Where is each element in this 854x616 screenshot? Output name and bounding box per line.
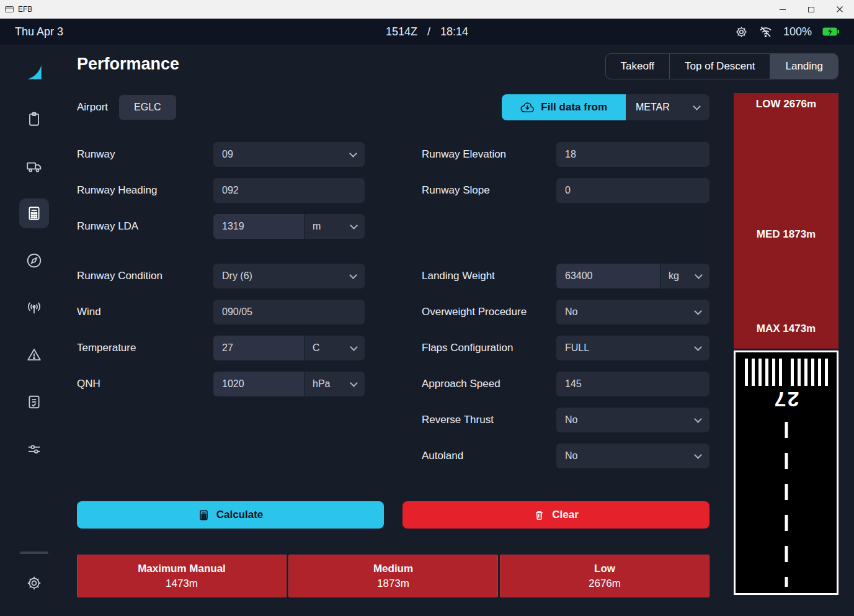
results-bar: Maximum Manual 1473m Medium 1873m Low 26…: [77, 555, 709, 597]
form-row: Temperature 27 C: [77, 336, 365, 360]
chevron-down-icon: [695, 271, 703, 279]
cloud-download-icon: [520, 102, 535, 113]
landing-weight-input[interactable]: 63400: [556, 264, 660, 288]
wifi-off-icon: [758, 25, 773, 38]
qnh-unit-select[interactable]: hPa: [304, 372, 365, 396]
fill-source-select[interactable]: METAR: [626, 94, 709, 120]
efb-window: EFB Thu Apr 3 1514Z / 18:14 100: [0, 0, 854, 616]
sidebar-item-flight-plan[interactable]: [19, 104, 49, 134]
app-body: Takeoff Top of Descent Landing Performan…: [0, 45, 854, 616]
close-button[interactable]: [825, 0, 854, 19]
runway-lda-input[interactable]: 1319: [213, 214, 304, 239]
window-title: EFB: [18, 5, 32, 14]
flaps-configuration-select[interactable]: FULL: [556, 336, 709, 360]
approach-speed-input[interactable]: 145: [556, 372, 709, 396]
temperature-unit-select[interactable]: C: [304, 336, 365, 360]
app-icon: [5, 6, 14, 13]
result-medium: Medium 1873m: [288, 555, 498, 597]
clock-separator: /: [427, 25, 430, 38]
sidebar-item-radio[interactable]: [19, 293, 49, 323]
result-label: Maximum Manual: [138, 561, 226, 577]
unit-value: C: [313, 342, 320, 354]
runway-elevation-input[interactable]: 18: [556, 142, 709, 167]
runway-graphic: 27: [734, 350, 838, 595]
sidebar-item-ground-services[interactable]: [19, 151, 49, 181]
sidebar-item-performance[interactable]: [19, 199, 49, 228]
calculate-button[interactable]: Calculate: [77, 501, 384, 529]
landing-weight-group: 63400 kg: [556, 264, 709, 288]
form-row: Flaps Configuration FULL: [422, 336, 709, 360]
close-icon: [837, 6, 843, 12]
runway-lda-group: 1319 m: [213, 214, 365, 239]
clear-button[interactable]: Clear: [403, 501, 709, 529]
battery-charging-icon: [822, 27, 839, 36]
status-clock: 1514Z / 18:14: [386, 25, 468, 38]
field-value: 145: [565, 378, 582, 390]
tab-label: Landing: [785, 60, 823, 73]
chevron-down-icon: [694, 307, 702, 315]
qnh-input[interactable]: 1020: [213, 372, 304, 396]
fill-data-label: Fill data from: [541, 101, 607, 114]
reverse-thrust-select[interactable]: No: [556, 408, 709, 432]
runway-heading-input[interactable]: 092: [213, 178, 365, 203]
calculate-label: Calculate: [216, 509, 264, 521]
field-value: 092: [222, 185, 239, 196]
fill-source-value: METAR: [636, 102, 670, 113]
sliders-icon: [26, 441, 42, 457]
logo-icon: [22, 60, 47, 84]
field-value: No: [565, 306, 577, 318]
autoland-select[interactable]: No: [556, 444, 709, 468]
field-label: QNH: [77, 378, 213, 390]
form-row: Runway 09: [77, 142, 365, 167]
runway-visualization: LOW 2676m MED 1873m MAX 1473m 27: [734, 93, 838, 595]
field-value: No: [565, 414, 577, 426]
chevron-down-icon: [693, 102, 701, 110]
runway-select[interactable]: 09: [213, 142, 365, 167]
form-column-right: Runway Elevation 18 Runway Slope 0 Landi…: [422, 142, 709, 480]
result-label: Low: [594, 561, 615, 577]
compass-icon: [26, 252, 42, 269]
field-label: Runway Condition: [77, 270, 213, 282]
landing-weight-unit-select[interactable]: kg: [660, 264, 709, 288]
overweight-procedure-select[interactable]: No: [556, 300, 709, 324]
runway-lda-unit-select[interactable]: m: [304, 214, 365, 239]
sidebar-item-checklist[interactable]: [19, 387, 49, 417]
temperature-input[interactable]: 27: [213, 336, 304, 360]
chevron-down-icon: [350, 343, 358, 351]
wind-input[interactable]: 090/05: [213, 300, 365, 324]
airport-code-button[interactable]: EGLC: [119, 95, 176, 120]
runway-centerline: [785, 422, 788, 587]
runway-number: 27: [736, 387, 837, 411]
trash-icon: [533, 509, 545, 521]
performance-form: Runway 09 Runway Heading 092 Runway L: [77, 142, 709, 480]
minimize-button[interactable]: [768, 0, 797, 19]
tab-landing[interactable]: Landing: [770, 54, 838, 79]
gear-icon[interactable]: [735, 25, 748, 38]
sidebar-item-navigation[interactable]: [19, 246, 49, 275]
status-date: Thu Apr 3: [15, 25, 63, 38]
airport-row: Airport EGLC: [77, 94, 176, 120]
status-bar: Thu Apr 3 1514Z / 18:14 100%: [0, 19, 854, 45]
minimize-icon: [780, 9, 786, 10]
field-value: 27: [222, 342, 233, 354]
sidebar-item-settings-filters[interactable]: [19, 434, 49, 464]
zone-low-label: LOW 2676m: [734, 98, 838, 110]
fill-data-button[interactable]: Fill data from: [502, 94, 626, 120]
checklist-icon: [26, 394, 42, 410]
form-row: Approach Speed 145: [422, 372, 709, 396]
performance-page: Performance Airport EGLC Fill data from …: [77, 45, 709, 616]
maximize-button[interactable]: [797, 0, 825, 19]
status-icons: 100%: [735, 25, 839, 38]
chevron-down-icon: [694, 343, 702, 351]
runway-slope-input[interactable]: 0: [556, 178, 709, 203]
field-value: FULL: [565, 342, 589, 354]
field-value: 0: [565, 185, 571, 196]
antenna-icon: [26, 300, 42, 316]
sidebar-item-alerts[interactable]: [19, 340, 49, 370]
sidebar-item-app-settings[interactable]: [26, 575, 42, 594]
form-row: Reverse Thrust No: [422, 408, 709, 432]
page-title: Performance: [77, 55, 179, 74]
field-value: Dry (6): [222, 270, 252, 282]
form-row: Runway Elevation 18: [422, 142, 709, 167]
runway-condition-select[interactable]: Dry (6): [213, 264, 365, 288]
